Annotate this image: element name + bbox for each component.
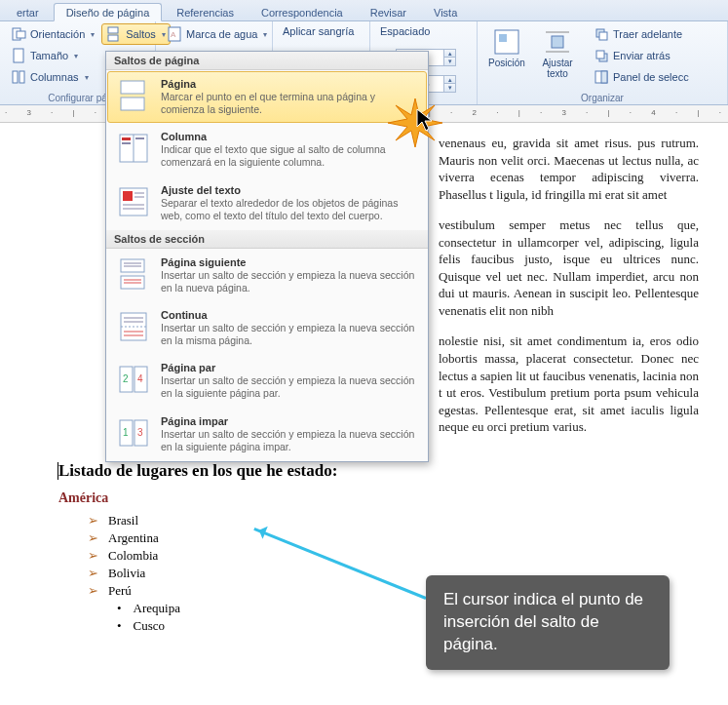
bring-forward-button[interactable]: Traer adelante — [589, 23, 694, 45]
break-next-page-item[interactable]: Página siguiente Insertar un salto de se… — [107, 250, 427, 301]
svg-text:3: 3 — [137, 427, 143, 438]
svg-rect-3 — [13, 71, 18, 83]
document-heading: Listado de lugares en los que he estado: — [58, 461, 699, 481]
spin-up[interactable]: ▴ — [443, 76, 455, 84]
orientation-icon — [11, 26, 26, 42]
position-label: Posición — [488, 58, 525, 68]
chevron-down-icon: ▾ — [263, 30, 267, 39]
chevron-down-icon: ▾ — [91, 30, 95, 39]
break-page-title: Página — [161, 78, 418, 90]
textwrap-break-icon — [116, 184, 151, 219]
svg-text:2: 2 — [123, 373, 129, 384]
ribbon-tabs: ertar Diseño de página Referencias Corre… — [0, 0, 728, 21]
svg-rect-19 — [601, 71, 607, 83]
columns-icon — [11, 69, 26, 85]
position-button[interactable]: Posición — [483, 23, 530, 71]
breaks-label: Saltos — [126, 28, 156, 40]
break-even-page-item[interactable]: 24 Página par Insertar un salto de secci… — [107, 355, 427, 407]
svg-rect-1 — [17, 31, 25, 38]
region-heading: América — [58, 490, 699, 506]
break-page-item[interactable]: Página Marcar el punto en el que termina… — [107, 71, 427, 123]
selection-pane-label: Panel de selecc — [613, 71, 689, 83]
break-page-desc: Marcar el punto en el que termina una pá… — [161, 91, 418, 116]
even-page-icon: 24 — [116, 362, 151, 397]
watermark-button[interactable]: A Marca de agua ▾ — [162, 23, 266, 45]
columns-label: Columnas — [30, 71, 79, 83]
tab-insert[interactable]: ertar — [4, 3, 52, 20]
svg-rect-10 — [499, 34, 507, 42]
svg-rect-2 — [14, 49, 23, 62]
odd-page-icon: 13 — [116, 415, 151, 450]
size-label: Tamaño — [30, 50, 68, 61]
break-column-item[interactable]: Columna Indicar que el texto que sigue a… — [107, 124, 427, 176]
svg-rect-26 — [135, 137, 144, 139]
watermark-label: Marca de agua — [186, 28, 257, 40]
break-continuous-item[interactable]: Continua Insertar un salto de sección y … — [107, 302, 427, 354]
break-column-desc: Indicar que el texto que sigue al salto … — [161, 143, 418, 169]
pane-icon — [594, 69, 609, 85]
continuous-icon — [116, 309, 151, 344]
position-icon — [491, 26, 522, 58]
break-textwrap-title: Ajuste del texto — [161, 184, 418, 196]
orientation-label: Orientación — [30, 28, 85, 40]
tab-page-layout[interactable]: Diseño de página — [54, 3, 163, 21]
svg-rect-20 — [121, 81, 144, 94]
svg-rect-5 — [108, 27, 118, 33]
spin-up[interactable]: ▴ — [443, 50, 455, 58]
watermark-icon: A — [167, 26, 182, 42]
columns-button[interactable]: Columnas ▾ — [6, 66, 99, 88]
callout-text: El cursor indica el punto de inserción d… — [443, 590, 643, 653]
tab-references[interactable]: Referencias — [164, 3, 247, 20]
body-paragraph: venenaus eu, gravida sit amet risus. pus… — [439, 135, 699, 203]
svg-text:A: A — [171, 30, 176, 39]
size-icon — [11, 48, 26, 63]
spin-down[interactable]: ▾ — [443, 84, 455, 92]
break-textwrap-item[interactable]: Ajuste del texto Separar el texto alrede… — [107, 177, 427, 229]
spacing-label: Espaciado — [376, 23, 471, 39]
svg-rect-11 — [552, 36, 563, 48]
wrap-text-button[interactable]: Ajustar texto — [534, 23, 581, 82]
break-odd-page-item[interactable]: 13 Página impar Insertar un salto de sec… — [107, 409, 427, 460]
next-page-icon — [116, 256, 151, 292]
arrange-group-label: Organizar — [483, 92, 721, 103]
svg-text:4: 4 — [137, 373, 143, 384]
wrap-label: Ajustar texto — [542, 58, 572, 79]
chevron-down-icon: ▾ — [74, 52, 78, 60]
selection-pane-button[interactable]: Panel de selecc — [589, 66, 694, 88]
body-paragraph: vestibulum semper metus nec tellus que, … — [439, 216, 699, 319]
bring-forward-icon — [594, 26, 609, 42]
break-column-title: Columna — [161, 131, 418, 142]
orientation-button[interactable]: Orientación ▾ — [6, 23, 99, 45]
section-breaks-header: Saltos de sección — [106, 230, 428, 249]
body-paragraph: nolestie nisi, sit amet condimentum ia, … — [439, 333, 699, 435]
svg-text:1: 1 — [123, 427, 129, 438]
tab-mailings[interactable]: Correspondencia — [249, 3, 356, 20]
send-back-label: Enviar atrás — [613, 50, 671, 61]
svg-rect-17 — [596, 51, 604, 59]
indent-label: Aplicar sangría — [279, 23, 364, 39]
send-back-icon — [594, 48, 609, 63]
svg-rect-4 — [19, 71, 24, 83]
list-item: Argentina — [88, 529, 699, 547]
break-textwrap-desc: Separar el texto alrededor de los objeto… — [161, 197, 418, 222]
wrap-icon — [542, 26, 573, 58]
callout-box: El cursor indica el punto de inserción d… — [426, 575, 670, 670]
list-item: Colombia — [88, 547, 699, 565]
size-button[interactable]: Tamaño ▾ — [6, 45, 99, 66]
svg-rect-24 — [122, 137, 131, 140]
breaks-icon — [106, 26, 122, 42]
spin-down[interactable]: ▾ — [443, 58, 455, 65]
svg-rect-28 — [123, 191, 133, 201]
tab-view[interactable]: Vista — [421, 3, 470, 20]
svg-rect-15 — [599, 32, 607, 40]
svg-rect-6 — [108, 35, 118, 41]
list-item: Brasil — [88, 512, 699, 529]
breaks-dropdown: Saltos de página Página Marcar el punto … — [105, 51, 429, 462]
svg-rect-21 — [121, 98, 144, 110]
text-cursor — [57, 462, 58, 480]
page-breaks-header: Saltos de página — [106, 52, 428, 70]
send-back-button[interactable]: Enviar atrás — [589, 45, 694, 66]
page-break-icon — [116, 78, 151, 113]
chevron-down-icon: ▾ — [85, 73, 89, 82]
tab-review[interactable]: Revisar — [358, 3, 419, 20]
